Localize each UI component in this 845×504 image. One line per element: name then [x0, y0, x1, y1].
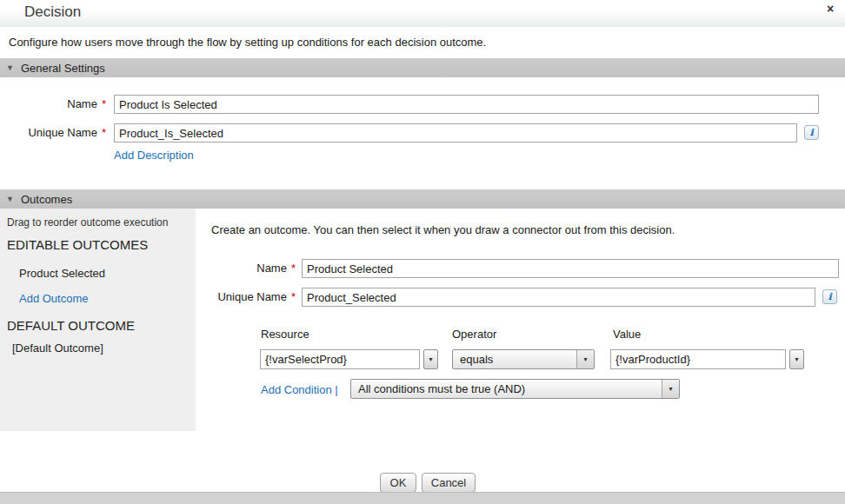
- add-condition-link[interactable]: Add Condition |: [261, 383, 338, 396]
- outcome-intro-text: Create an outcome. You can then select i…: [211, 223, 675, 236]
- section-title: General Settings: [21, 62, 105, 75]
- outcome-name-input[interactable]: [302, 259, 839, 278]
- operator-column-header: Operator: [452, 328, 496, 341]
- outcomes-section-header[interactable]: ▼ Outcomes: [0, 189, 845, 209]
- resource-column-header: Resource: [261, 328, 309, 341]
- default-outcome-heading: DEFAULT OUTCOME: [7, 318, 135, 333]
- operator-selected-value: equals: [453, 350, 576, 368]
- info-icon[interactable]: i: [804, 125, 819, 140]
- outcome-list-item[interactable]: Product Selected: [19, 267, 105, 280]
- outcome-unique-name-label: Unique Name*: [200, 290, 296, 303]
- close-button[interactable]: ×: [822, 1, 838, 17]
- chevron-down-icon: ▼: [428, 356, 434, 362]
- collapse-icon: ▼: [6, 64, 14, 72]
- dialog-bottom-strip: [0, 492, 845, 504]
- condition-logic-selected-value: All conditions must be true (AND): [351, 380, 662, 398]
- drag-reorder-hint: Drag to reorder outcome execution: [7, 216, 168, 229]
- close-icon: ×: [827, 2, 834, 16]
- value-input[interactable]: [610, 349, 786, 369]
- unique-name-label: Unique Name*: [0, 126, 106, 139]
- unique-name-input[interactable]: [114, 123, 797, 143]
- required-icon: *: [291, 262, 296, 275]
- dialog-description: Configure how users move through the flo…: [9, 36, 486, 49]
- chevron-down-icon: ▼: [662, 380, 679, 398]
- name-input[interactable]: [114, 95, 819, 114]
- add-description-link[interactable]: Add Description: [114, 149, 194, 162]
- chevron-down-icon: ▼: [794, 356, 800, 362]
- cancel-button[interactable]: Cancel: [422, 473, 476, 493]
- required-icon: *: [102, 126, 106, 139]
- general-settings-section-header[interactable]: ▼ General Settings: [0, 58, 845, 77]
- section-title: Outcomes: [21, 193, 72, 206]
- dialog-header: Decision ×: [0, 0, 845, 27]
- outcomes-sidebar: Drag to reorder outcome execution EDITAB…: [0, 209, 196, 431]
- condition-logic-select[interactable]: All conditions must be true (AND) ▼: [350, 379, 680, 399]
- chevron-down-icon: ▼: [576, 350, 594, 368]
- default-outcome-item[interactable]: [Default Outcome]: [12, 342, 103, 355]
- collapse-icon: ▼: [6, 196, 14, 203]
- outcome-name-label: Name*: [200, 262, 296, 275]
- resource-dropdown-button[interactable]: ▼: [423, 349, 438, 369]
- required-icon: *: [291, 290, 296, 303]
- editable-outcomes-heading: EDITABLE OUTCOMES: [7, 237, 148, 252]
- add-outcome-link[interactable]: Add Outcome: [19, 292, 89, 305]
- info-icon[interactable]: i: [822, 289, 837, 304]
- operator-select[interactable]: equals ▼: [452, 349, 595, 369]
- page-title: Decision: [24, 3, 81, 21]
- name-label: Name*: [0, 97, 106, 110]
- value-column-header: Value: [613, 328, 641, 341]
- required-icon: *: [102, 97, 106, 110]
- decision-dialog: Decision × Configure how users move thro…: [0, 0, 845, 504]
- resource-input[interactable]: [260, 349, 420, 369]
- outcome-unique-name-input[interactable]: [302, 288, 815, 307]
- ok-button[interactable]: OK: [380, 473, 416, 493]
- value-dropdown-button[interactable]: ▼: [789, 349, 804, 369]
